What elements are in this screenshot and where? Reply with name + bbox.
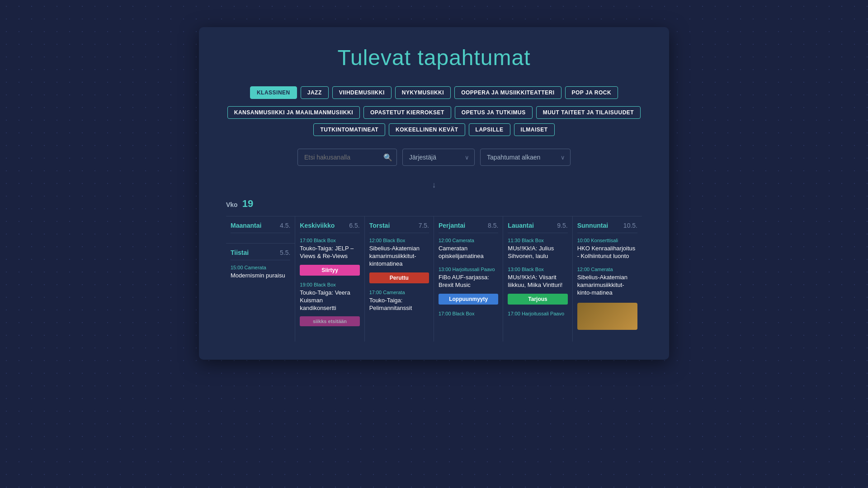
filter-ooppera[interactable]: OOPPERA JA MUSIIKKITEATTERI [454, 86, 561, 99]
list-item: 17:00 Black Box Touko-Taiga: JELP – View… [300, 238, 359, 276]
filter-nykymusiikki[interactable]: NYKYMUSIIKKI [395, 86, 451, 99]
event-time-venue: 17:00 Harjoitussali Paavo [508, 311, 567, 316]
event-title: Cameratan opiskelijamatinea [439, 245, 498, 260]
list-item: 17:00 Camerata Touko-Taiga: Pelimannitan… [369, 290, 429, 312]
col-perjantai: Perjantai 8.5. 12:00 Camerata Cameratan … [434, 216, 503, 342]
perjantai-name: Perjantai [439, 222, 465, 229]
event-time-venue: 15:00 Camerata [231, 265, 290, 270]
badge-siirtyy: Siirtyy [300, 265, 359, 276]
event-time-venue: 17:00 Black Box [439, 311, 498, 316]
col-sunnuntai: Sunnuntai 10.5. 10:00 Konserttisali HKO … [573, 216, 642, 342]
event-time-venue: 10:00 Konserttisali [577, 238, 637, 243]
event-time-venue: 12:00 Camerata [439, 238, 498, 243]
badge-loppuunmyyty: Loppuunmyyty [439, 294, 498, 305]
events-from-dropdown-wrap: Tapahtumat alkaen [480, 149, 571, 166]
list-item: 12:00 Black Box Sibelius-Akatemian kamar… [369, 238, 429, 283]
filter-kokeellinen[interactable]: KOKEELLINEN KEVÄT [389, 123, 465, 136]
organizer-dropdown-wrap: Järjestäjä [402, 149, 475, 166]
event-title: Touko-Taiga: Veera Kuisman kandikonsertt… [300, 289, 359, 312]
maanantai-date: 4.5. [280, 222, 290, 229]
calendar-grid: Maanantai 4.5. Tiistai 5.5. 15:00 Camera… [226, 216, 642, 342]
badge-tarjous: Tarjous [508, 294, 567, 305]
filter-opetus[interactable]: OPETUS JA TUTKIMUS [455, 106, 533, 119]
event-thumbnail [577, 303, 637, 330]
event-title: Sibelius-Akatemian kamarimusiikkitut-kin… [577, 274, 637, 297]
main-window: Tulevat tapahtumat KLASSINEN JAZZ VIIHDE… [199, 27, 669, 360]
event-time-venue: 13:00 Harjoitussali Paavo [439, 267, 498, 272]
list-item: 11:30 Black Box MUs!!Kk!A: Julius Sihvon… [508, 238, 567, 260]
filter-kansanmusiikki[interactable]: KANSANMUSIIKKI JA MAAILMANMUSIIKKI [227, 106, 360, 119]
maanantai-name: Maanantai [231, 222, 261, 229]
perjantai-date: 8.5. [488, 222, 498, 229]
keskiviikko-date: 6.5. [349, 222, 359, 229]
torstai-date: 7.5. [419, 222, 429, 229]
maanantai-section: Maanantai 4.5. [226, 216, 295, 243]
col-maanantai-tiistai: Maanantai 4.5. Tiistai 5.5. 15:00 Camera… [226, 216, 295, 342]
scroll-arrow: ↓ [226, 180, 642, 190]
tiistai-section: Tiistai 5.5. 15:00 Camerata Modernismin … [226, 243, 295, 291]
search-input[interactable] [297, 149, 397, 166]
organizer-dropdown[interactable]: Järjestäjä [402, 149, 475, 166]
list-item: 17:00 Harjoitussali Paavo [508, 311, 567, 316]
search-input-wrap: 🔍 [297, 149, 397, 166]
col-keskiviikko: Keskiviikko 6.5. 17:00 Black Box Touko-T… [295, 216, 364, 342]
event-title: Touko-Taiga: JELP – Views & Re-Views [300, 245, 359, 260]
keskiviikko-header: Keskiviikko 6.5. [300, 222, 359, 233]
filter-lapsille[interactable]: LAPSILLE [469, 123, 510, 136]
badge-siirtyy2: siikks etsitään [300, 316, 359, 326]
filter-row-2: KANSANMUSIIKKI JA MAAILMANMUSIIKKI OPAST… [226, 106, 642, 119]
event-title: HKO Kenraaliharjoitus - Kolhiintunut luo… [577, 245, 637, 260]
filter-klassinen[interactable]: KLASSINEN [250, 86, 297, 99]
events-from-dropdown[interactable]: Tapahtumat alkaen [480, 149, 571, 166]
maanantai-header: Maanantai 4.5. [231, 222, 290, 233]
event-title: Touko-Taiga: Pelimannitanssit [369, 297, 429, 312]
event-time-venue: 17:00 Camerata [369, 290, 429, 295]
torstai-header: Torstai 7.5. [369, 222, 429, 233]
filter-jazz[interactable]: JAZZ [301, 86, 329, 99]
list-item: 12:00 Camerata Sibelius-Akatemian kamari… [577, 267, 637, 297]
list-item: 19:00 Black Box Touko-Taiga: Veera Kuism… [300, 282, 359, 327]
week-label: Vko 19 [226, 198, 642, 210]
perjantai-header: Perjantai 8.5. [439, 222, 498, 233]
lauantai-name: Lauantai [508, 222, 534, 229]
filter-muut-taiteet[interactable]: MUUT TAITEET JA TILAISUUDET [536, 106, 641, 119]
event-title: FiBo AUF-sarjassa: Brexit Music [439, 274, 498, 289]
filter-tutkintomatineat[interactable]: TUTKINTOMATINEAT [313, 123, 385, 136]
search-row: 🔍 Järjestäjä Tapahtumat alkaen [226, 149, 642, 166]
list-item: 13:00 Black Box MUs!!Kk!A: Viisarit liik… [508, 267, 567, 305]
week-number: 19 [242, 198, 253, 210]
tiistai-date: 5.5. [280, 249, 290, 256]
list-item [577, 303, 637, 330]
list-item: 10:00 Konserttisali HKO Kenraaliharjoitu… [577, 238, 637, 260]
keskiviikko-name: Keskiviikko [300, 222, 335, 229]
filter-row-3: TUTKINTOMATINEAT KOKEELLINEN KEVÄT LAPSI… [226, 123, 642, 136]
event-time-venue: 11:30 Black Box [508, 238, 567, 243]
filter-pop-ja-rock[interactable]: POP JA ROCK [565, 86, 618, 99]
filter-opastetut[interactable]: OPASTETUT KIERROKSET [363, 106, 451, 119]
filter-ilmaiset[interactable]: ILMAISET [514, 123, 555, 136]
list-item: 15:00 Camerata Modernismin puraisu [231, 265, 290, 280]
search-icon: 🔍 [383, 153, 392, 162]
filter-viihdemusiikki[interactable]: VIIHDEMUSIIKKI [332, 86, 392, 99]
col-torstai: Torstai 7.5. 12:00 Black Box Sibelius-Ak… [365, 216, 434, 342]
badge-peruttu: Peruttu [369, 272, 429, 283]
lauantai-date: 9.5. [557, 222, 567, 229]
list-item: 12:00 Camerata Cameratan opiskelijamatin… [439, 238, 498, 260]
event-time-venue: 12:00 Camerata [577, 267, 637, 272]
event-time-venue: 12:00 Black Box [369, 238, 429, 243]
tiistai-name: Tiistai [231, 249, 249, 256]
week-text: Vko [226, 201, 238, 208]
page-title: Tulevat tapahtumat [226, 45, 642, 70]
sunnuntai-date: 10.5. [623, 222, 637, 229]
event-title: Sibelius-Akatemian kamarimusiikkitut-kin… [369, 245, 429, 268]
sunnuntai-name: Sunnuntai [577, 222, 608, 229]
col-lauantai: Lauantai 9.5. 11:30 Black Box MUs!!Kk!A:… [503, 216, 572, 342]
tiistai-header: Tiistai 5.5. [231, 249, 290, 260]
event-time-venue: 17:00 Black Box [300, 238, 359, 243]
event-title: MUs!!Kk!A: Viisarit liikkuu, Miika Vintt… [508, 274, 567, 289]
event-time-venue: 19:00 Black Box [300, 282, 359, 287]
torstai-name: Torstai [369, 222, 390, 229]
list-item: 13:00 Harjoitussali Paavo FiBo AUF-sarja… [439, 267, 498, 305]
event-time-venue: 13:00 Black Box [508, 267, 567, 272]
filter-row-1: KLASSINEN JAZZ VIIHDEMUSIIKKI NYKYMUSIIK… [226, 86, 642, 99]
